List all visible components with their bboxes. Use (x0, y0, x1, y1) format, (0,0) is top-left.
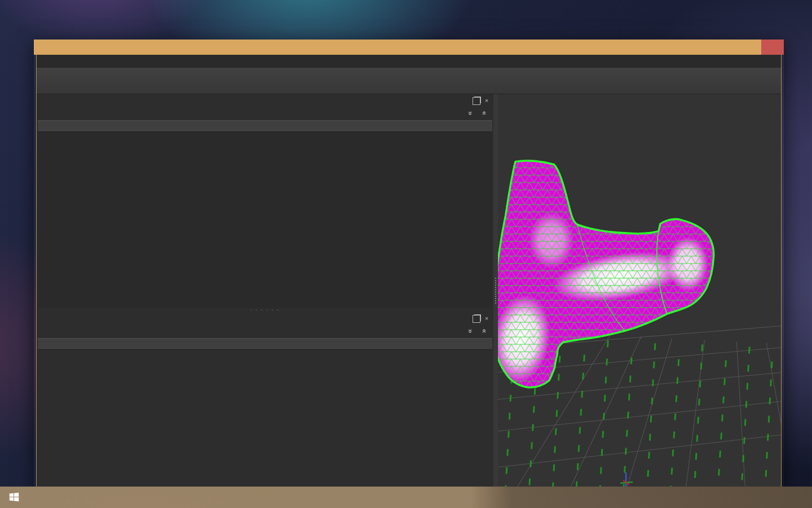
block-list-table (38, 338, 492, 487)
title-bar[interactable] (34, 40, 784, 55)
viewport-canvas (498, 94, 781, 487)
table-header[interactable] (38, 120, 492, 132)
desktop: × » » (0, 0, 812, 508)
chevron-up-icon[interactable]: » (479, 329, 488, 333)
minimize-button[interactable] (727, 40, 744, 55)
taskbar (0, 487, 812, 508)
panel-splitter[interactable]: · · · · · · (37, 308, 493, 312)
penis-mesh (498, 161, 714, 388)
nifskope-window: × » » (34, 40, 784, 487)
panel-close-icon[interactable]: × (483, 97, 490, 104)
panel-float-icon[interactable] (473, 315, 480, 323)
panel-close-icon[interactable]: × (483, 315, 490, 322)
panel-block-details: × » » (37, 94, 493, 308)
chevron-up-icon[interactable]: » (479, 111, 488, 115)
dock-splitter[interactable] (493, 94, 498, 487)
block-details-table (38, 120, 492, 308)
start-button[interactable] (0, 487, 28, 508)
maximize-button[interactable] (744, 40, 761, 55)
table-header[interactable] (38, 338, 492, 350)
dock-panels: × » » (37, 94, 493, 487)
nifskope-app-icon (38, 43, 47, 52)
viewport-3d[interactable] (498, 94, 781, 487)
chevron-down-icon[interactable]: » (466, 329, 475, 333)
menu-bar (37, 55, 781, 68)
panel-block-list: × » » (37, 312, 493, 487)
toolbar (37, 68, 781, 94)
close-button[interactable] (761, 40, 784, 55)
chevron-down-icon[interactable]: » (466, 111, 475, 115)
windows-logo-icon (8, 491, 20, 503)
panel-float-icon[interactable] (473, 97, 480, 105)
